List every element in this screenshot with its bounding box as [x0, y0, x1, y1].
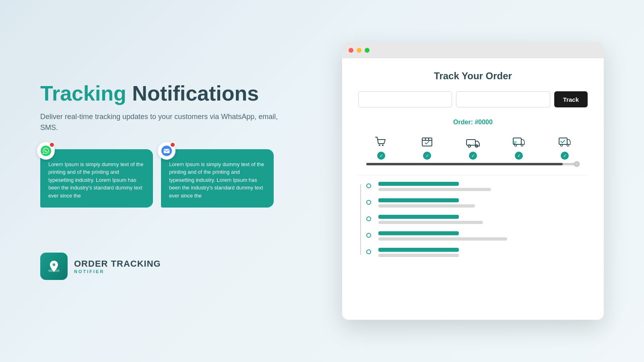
- svg-point-16: [567, 144, 569, 146]
- step-cart-check: ✓: [377, 152, 385, 160]
- minimize-dot[interactable]: [357, 48, 361, 53]
- tl-secondary-5: [378, 254, 459, 257]
- timeline-content-1: [378, 182, 588, 191]
- timeline-content-2: [378, 198, 588, 208]
- brand-name: ORDER TRACKING: [74, 259, 161, 269]
- divider: [358, 175, 588, 175]
- timeline-item-1: [366, 182, 588, 191]
- brand-text: ORDER TRACKING NOTIFIER: [74, 259, 161, 274]
- step-package-check: ✓: [423, 152, 431, 160]
- progress-bar: [366, 163, 580, 165]
- svg-point-12: [515, 144, 517, 146]
- step-dispatch-check: ✓: [469, 152, 477, 160]
- svg-point-0: [41, 146, 51, 156]
- step-transit-check: ✓: [515, 152, 523, 160]
- timeline-item-5: [366, 248, 588, 257]
- step-transit: ✓: [512, 135, 526, 160]
- browser-bar: [342, 42, 604, 58]
- headline-part2: Notifications: [126, 82, 259, 105]
- timeline-dot-2: [366, 200, 371, 205]
- email-icon: [158, 142, 175, 160]
- tl-secondary-1: [378, 188, 491, 191]
- tl-primary-1: [378, 182, 459, 186]
- progress-thumb: [574, 161, 580, 167]
- order-number: Order: #0000: [358, 119, 588, 126]
- step-dispatch: ✓: [466, 135, 480, 160]
- track-button[interactable]: Track: [554, 91, 588, 107]
- step-delivered: ✓: [557, 135, 572, 160]
- whatsapp-icon: [37, 142, 55, 160]
- brand-sub: NOTIFIER: [74, 269, 161, 274]
- chat-bubbles: Lorem Ipsum is simply dummy text of the …: [40, 149, 290, 208]
- bubble1-text: Lorem Ipsum is simply dummy text of the …: [48, 160, 145, 200]
- timeline-item-3: [366, 215, 588, 224]
- timeline-item-4: [366, 231, 588, 241]
- progress-fill: [366, 163, 563, 165]
- step-cart: ✓: [374, 135, 388, 160]
- tl-secondary-2: [378, 204, 475, 208]
- browser-window: Track Your Order Track Order: #0000 ✓: [342, 42, 604, 320]
- main-container: Tracking Notifications Deliver real-time…: [16, 16, 628, 346]
- timeline-dot-3: [366, 216, 371, 221]
- brand-icon: [40, 253, 68, 280]
- progress-steps: ✓ ✓ ✓: [358, 135, 588, 160]
- email-bubble: Lorem Ipsum is simply dummy text of the …: [161, 149, 274, 208]
- svg-rect-4: [48, 269, 60, 272]
- order-id-input[interactable]: [358, 91, 452, 107]
- tl-primary-2: [378, 198, 459, 202]
- tl-primary-5: [378, 248, 459, 252]
- timeline-dot-1: [366, 183, 371, 188]
- search-row: Track: [358, 91, 588, 107]
- headline: Tracking Notifications: [40, 82, 290, 105]
- svg-rect-2: [164, 149, 170, 153]
- svg-rect-7: [422, 138, 432, 146]
- svg-rect-8: [466, 140, 475, 145]
- headline-part1: Tracking: [40, 82, 126, 105]
- timeline-item-2: [366, 198, 588, 208]
- maximize-dot[interactable]: [365, 48, 369, 53]
- subtitle: Deliver real-time tracking updates to yo…: [40, 111, 290, 133]
- email-input[interactable]: [456, 91, 550, 107]
- timeline-dot-5: [366, 249, 371, 254]
- svg-point-9: [468, 145, 471, 147]
- timeline-dot-4: [366, 233, 371, 238]
- timeline-content-5: [378, 248, 588, 257]
- svg-point-6: [382, 144, 384, 146]
- tl-primary-3: [378, 215, 459, 219]
- close-dot[interactable]: [349, 48, 353, 53]
- timeline-content-4: [378, 231, 588, 241]
- timeline: [358, 182, 588, 257]
- svg-point-5: [379, 144, 380, 146]
- brand-footer: ORDER TRACKING NOTIFIER: [40, 253, 290, 280]
- timeline-content-3: [378, 215, 588, 224]
- bubble2-text: Lorem Ipsum is simply dummy text of the …: [169, 160, 266, 200]
- step-package: ✓: [420, 135, 434, 160]
- left-panel: Tracking Notifications Deliver real-time…: [40, 82, 290, 280]
- whatsapp-bubble: Lorem Ipsum is simply dummy text of the …: [40, 149, 153, 208]
- tl-secondary-3: [378, 221, 483, 224]
- step-delivered-check: ✓: [561, 152, 569, 160]
- page-title: Track Your Order: [358, 70, 588, 82]
- svg-point-15: [561, 144, 563, 146]
- notification-badge: [49, 142, 55, 148]
- svg-point-13: [521, 144, 523, 146]
- browser-content: Track Your Order Track Order: #0000 ✓: [342, 58, 604, 320]
- email-notification-badge: [170, 142, 175, 148]
- tl-primary-4: [378, 231, 459, 235]
- tl-secondary-4: [378, 237, 507, 241]
